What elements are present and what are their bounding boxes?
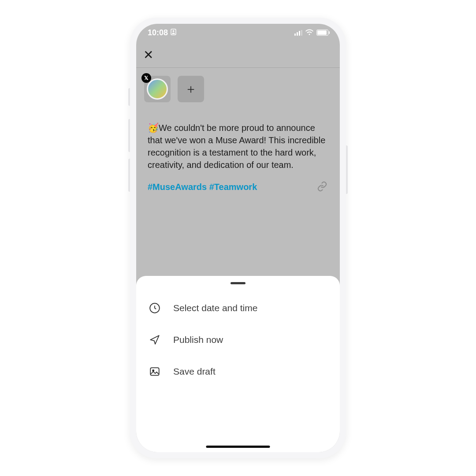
select-date-time-item[interactable]: Select date and time — [136, 292, 340, 324]
post-body-text: We couldn't be more proud to announce th… — [148, 123, 325, 170]
account-selector: 𝕏 ＋ — [144, 76, 204, 102]
screen: 10:08 ✕ 𝕏 ＋ — [136, 24, 340, 452]
svg-point-1 — [173, 30, 175, 32]
sheet-item-label: Select date and time — [173, 303, 257, 313]
post-hashtags: #MuseAwards #Teamwork — [148, 181, 328, 193]
post-emoji: 🥳 — [148, 123, 159, 133]
compose-topbar: ✕ — [136, 44, 340, 68]
sheet-grabber[interactable] — [231, 282, 245, 284]
sheet-item-label: Save draft — [173, 366, 216, 377]
home-indicator[interactable] — [206, 446, 270, 448]
add-account-button[interactable]: ＋ — [178, 76, 204, 102]
status-bar: 10:08 — [136, 24, 340, 41]
selected-account[interactable]: 𝕏 — [144, 76, 171, 102]
svg-rect-3 — [150, 368, 159, 375]
save-draft-item[interactable]: Save draft — [136, 356, 340, 387]
clock-icon — [149, 302, 161, 314]
status-time: 10:08 — [148, 28, 168, 37]
battery-icon — [316, 30, 328, 36]
send-icon — [149, 334, 161, 346]
person-card-icon — [171, 28, 176, 37]
image-icon — [149, 365, 161, 378]
cellular-icon — [294, 30, 302, 36]
phone-frame: 10:08 ✕ 𝕏 ＋ — [130, 18, 346, 458]
post-composer[interactable]: 🥳We couldn't be more proud to announce t… — [148, 122, 328, 193]
close-icon[interactable]: ✕ — [143, 48, 153, 62]
sheet-item-label: Publish now — [173, 335, 223, 345]
action-sheet: Select date and time Publish now Save dr… — [136, 276, 340, 452]
avatar — [147, 78, 168, 100]
x-platform-badge-icon: 𝕏 — [141, 73, 151, 83]
link-icon[interactable] — [317, 181, 327, 195]
plus-icon: ＋ — [185, 81, 197, 97]
wifi-icon — [305, 28, 313, 37]
publish-now-item[interactable]: Publish now — [136, 324, 340, 356]
